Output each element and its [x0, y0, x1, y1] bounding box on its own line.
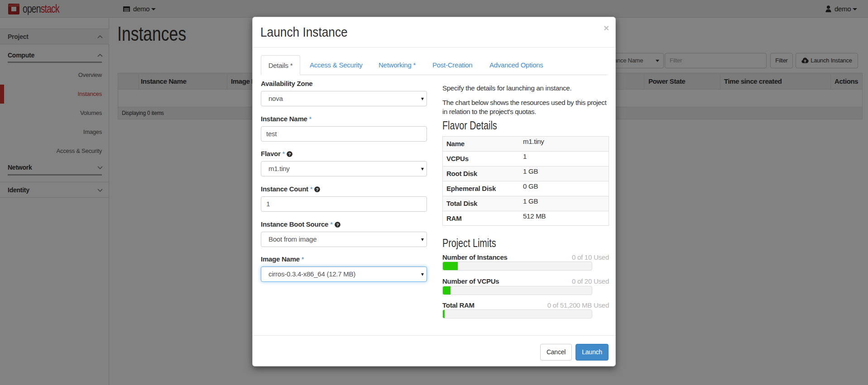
svg-text:?: ? — [316, 187, 319, 192]
svg-text:?: ? — [288, 152, 291, 157]
svg-text:?: ? — [336, 222, 339, 227]
